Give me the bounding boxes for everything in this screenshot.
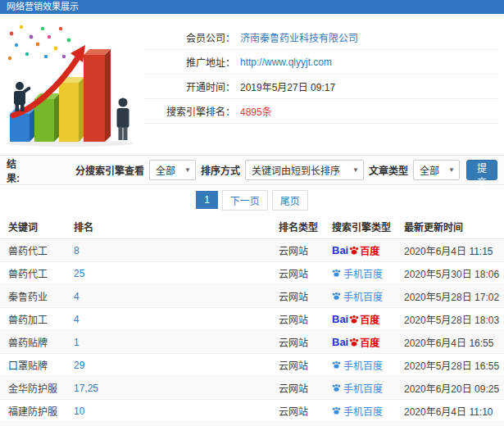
filter-bar: 结果: 分搜索引擎查看 全部 ▼ 排序方式 关键词由短到长排序 ▼ 文章类型 全… <box>0 155 504 185</box>
rank-type-cell: 云网站 <box>270 308 324 331</box>
table-row: 兽药代工 8 云网站 Bai 百度 手机百度 2020年6月4日 1 <box>0 239 504 262</box>
update-time-cell <box>396 423 504 426</box>
mobile-baidu-label: 手机百度 <box>343 404 383 418</box>
engine-filter-label: 分搜索引擎查看 <box>75 163 144 177</box>
rank-cell: 10 <box>66 400 270 423</box>
page-button-current[interactable]: 1 <box>196 191 218 209</box>
info-label: 开通时间： <box>143 79 235 93</box>
rank-cell: 8 <box>66 239 270 262</box>
engine-cell: Bai 百度 手机百度 <box>324 354 396 377</box>
mobile-baidu-paw-icon <box>332 406 341 415</box>
mobile-baidu-paw-icon <box>332 383 341 392</box>
update-time-cell: 2020年6月4日 11:10 <box>396 400 504 423</box>
engine-cell: Bai 百度 手机百度 <box>324 285 396 308</box>
info-value: 2019年5月27日 09:17 <box>240 79 335 93</box>
baidu-logo: Bai 百度 <box>332 335 379 349</box>
update-time-cell: 2020年6月4日 16:55 <box>396 331 504 354</box>
keyword-cell: 兽药代工 <box>0 239 66 262</box>
page-title: 网络营销效果展示 <box>7 2 79 11</box>
submit-button[interactable]: 提交 <box>466 160 497 180</box>
page-button-next[interactable]: 下一页 <box>222 190 268 211</box>
sort-label: 排序方式 <box>201 163 240 177</box>
keyword-cell: 兽药代工 <box>0 262 66 285</box>
rank-cell: 29 <box>66 354 270 377</box>
table-row: Bai 百度 手机百度 <box>0 423 504 426</box>
rank-type-cell: 云网站 <box>270 285 324 308</box>
page-button-last[interactable]: 尾页 <box>272 190 308 211</box>
rank-link[interactable]: 8 <box>74 245 79 256</box>
baidu-paw-icon <box>349 246 359 256</box>
article-type-select[interactable]: 全部 ▼ <box>413 160 460 180</box>
rank-cell: 17,25 <box>66 377 270 400</box>
info-value[interactable]: 济南秦鲁药业科技有限公司 <box>240 30 358 44</box>
rank-link[interactable]: 25 <box>74 268 84 279</box>
engine-select[interactable]: 全部 ▼ <box>149 160 196 180</box>
rank-type-cell: 云网站 <box>270 400 324 423</box>
mobile-baidu-label: 手机百度 <box>343 289 383 303</box>
engine-cell: Bai 百度 手机百度 <box>324 377 396 400</box>
engine-cell: Bai 百度 手机百度 <box>324 308 396 331</box>
col-header-engine-type: 搜索引擎类型 <box>324 215 396 239</box>
engine-cell: Bai 百度 手机百度 <box>324 262 396 285</box>
baidu-logo: Bai 百度 <box>332 243 379 257</box>
engine-cell: Bai 百度 手机百度 <box>324 423 396 426</box>
bar-yellow <box>59 77 84 142</box>
chart-illustration-wrap <box>0 14 143 155</box>
rank-cell: 25 <box>66 262 270 285</box>
mobile-baidu-paw-icon <box>332 360 341 369</box>
keyword-cell: 兽药贴牌 <box>0 331 66 354</box>
results-label: 结果: <box>7 156 21 184</box>
update-time-cell: 2020年6月20日 09:25 <box>396 377 504 400</box>
table-row: 福建防护服 10 云网站 Bai 百度 手机百度 2020年6月4日 <box>0 400 504 423</box>
rank-cell: 4 <box>66 285 270 308</box>
article-type-select-value: 全部 <box>420 163 439 177</box>
info-value[interactable]: http://www.qlyyjt.com <box>240 57 332 68</box>
rank-type-cell: 云网站 <box>270 239 324 262</box>
col-header-keyword: 关键词 <box>0 215 66 239</box>
update-time-cell: 2020年6月4日 11:15 <box>396 239 504 262</box>
keyword-cell: 兽药加工 <box>0 308 66 331</box>
table-header-row: 关键词 排名 排名类型 搜索引擎类型 最新更新时间 <box>0 215 504 239</box>
table-row: 秦鲁药业 4 云网站 Bai 百度 手机百度 2020年5月28日 <box>0 285 504 308</box>
page: 网络营销效果展示 <box>0 0 504 426</box>
sort-select[interactable]: 关键词由短到长排序 ▼ <box>245 160 364 180</box>
keyword-cell: 金华防护服 <box>0 377 66 400</box>
mobile-baidu-logo: 手机百度 <box>332 289 383 303</box>
info-value: 4895条 <box>240 104 272 118</box>
title-bar: 网络营销效果展示 <box>0 0 504 14</box>
col-header-rank-type: 排名类型 <box>270 215 324 239</box>
info-label: 搜索引擎排名： <box>143 104 235 118</box>
rank-link[interactable]: 4 <box>74 314 79 325</box>
update-time-cell: 2020年5月28日 18:03 <box>396 308 504 331</box>
info-field-row: 开通时间： 2019年5月27日 09:17 <box>143 75 499 99</box>
info-section: 会员公司： 济南秦鲁药业科技有限公司 推广地址： http://www.qlyy… <box>0 14 504 155</box>
update-time-cell: 2020年5月30日 18:06 <box>396 262 504 285</box>
table-body: 兽药代工 8 云网站 Bai 百度 手机百度 2020年6月4日 1 <box>0 239 504 426</box>
keyword-cell <box>0 423 66 426</box>
engine-cell: Bai 百度 手机百度 <box>324 400 396 423</box>
baidu-paw-icon <box>349 338 359 347</box>
table-row: 金华防护服 17,25 云网站 Bai 百度 手机百度 2020年6 <box>0 377 504 400</box>
confetti <box>8 25 71 59</box>
update-time-cell: 2020年5月28日 16:55 <box>396 354 504 377</box>
rank-type-cell: 云网站 <box>270 262 324 285</box>
info-field-row: 推广地址： http://www.qlyyjt.com <box>143 50 499 75</box>
mobile-baidu-logo: 手机百度 <box>332 404 383 418</box>
rank-link[interactable]: 1 <box>74 337 79 348</box>
keywords-table: 关键词 排名 排名类型 搜索引擎类型 最新更新时间 兽药代工 8 云网站 Bai… <box>0 215 504 426</box>
keyword-cell: 福建防护服 <box>0 400 66 423</box>
info-label: 推广地址： <box>143 55 235 69</box>
rank-link[interactable]: 29 <box>74 360 84 371</box>
businessman-right <box>117 97 129 140</box>
mobile-baidu-paw-icon <box>332 269 341 278</box>
mobile-baidu-logo: 手机百度 <box>332 358 383 372</box>
sort-select-value: 关键词由短到长排序 <box>252 163 340 177</box>
rank-cell: 4 <box>66 308 270 331</box>
rank-link[interactable]: 10 <box>74 406 84 417</box>
mobile-baidu-logo: 手机百度 <box>332 381 383 395</box>
rank-link[interactable]: 17,25 <box>74 383 98 394</box>
pagination: 1 下一页 尾页 <box>0 185 504 215</box>
mobile-baidu-label: 手机百度 <box>343 381 383 395</box>
rank-type-cell <box>270 423 324 426</box>
rank-link[interactable]: 4 <box>74 291 79 302</box>
